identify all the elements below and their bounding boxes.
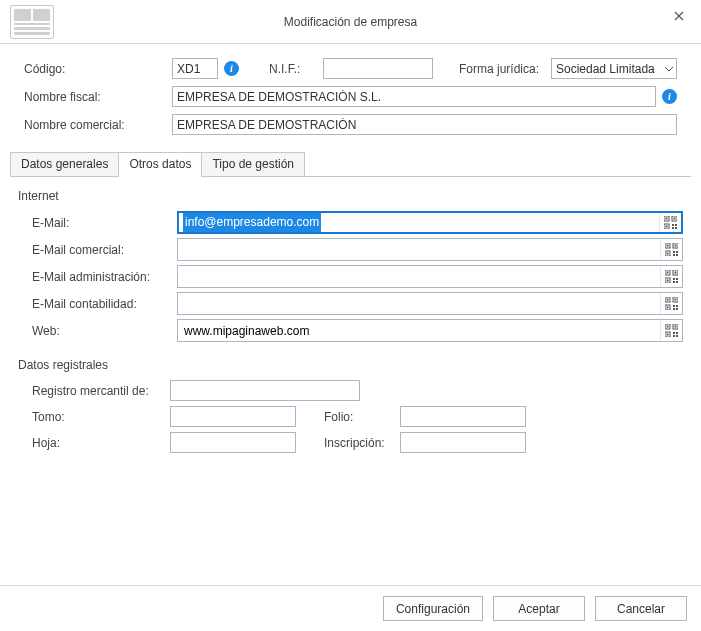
email-field-wrap[interactable]: info@empresademo.com <box>177 211 683 234</box>
svg-rect-7 <box>675 224 677 226</box>
inscripcion-field[interactable] <box>400 432 526 453</box>
svg-rect-19 <box>676 254 678 256</box>
tab-datos-generales[interactable]: Datos generales <box>10 152 119 176</box>
qr-icon[interactable] <box>660 266 682 287</box>
email-conta-label: E-Mail contabilidad: <box>32 297 177 311</box>
svg-rect-28 <box>673 281 675 283</box>
registrales-group: Registro mercantil de: Tomo: Folio: Hoja… <box>18 380 683 453</box>
svg-rect-16 <box>673 251 675 253</box>
email-row: E-Mail: info@empresademo.com <box>32 211 683 234</box>
header-form: Código: i N.I.F.: Forma jurídica: Socied… <box>0 44 701 150</box>
qr-icon[interactable] <box>659 213 681 232</box>
tab-tipo-gestion[interactable]: Tipo de gestión <box>201 152 305 176</box>
svg-rect-23 <box>675 272 677 274</box>
nif-field[interactable] <box>323 58 433 79</box>
registro-label: Registro mercantil de: <box>32 384 164 398</box>
svg-rect-21 <box>667 272 669 274</box>
svg-rect-45 <box>667 334 669 336</box>
web-field-wrap[interactable] <box>177 319 683 342</box>
svg-rect-36 <box>673 305 675 307</box>
tab-otros-datos[interactable]: Otros datos <box>118 152 202 176</box>
svg-rect-27 <box>676 278 678 280</box>
email-conta-field-wrap[interactable] <box>177 292 683 315</box>
svg-rect-1 <box>666 218 668 220</box>
svg-rect-33 <box>675 299 677 301</box>
svg-rect-41 <box>667 326 669 328</box>
tomo-field[interactable] <box>170 406 296 427</box>
window-title: Modificación de empresa <box>0 15 701 29</box>
footer: Configuración Aceptar Cancelar <box>0 585 701 631</box>
nombre-fiscal-label: Nombre fiscal: <box>24 90 166 104</box>
registro-field[interactable] <box>170 380 360 401</box>
svg-rect-3 <box>674 218 676 220</box>
nif-label: N.I.F.: <box>269 62 317 76</box>
info-icon[interactable]: i <box>224 61 239 76</box>
svg-rect-31 <box>667 299 669 301</box>
svg-rect-11 <box>667 245 669 247</box>
forma-juridica-label: Forma jurídica: <box>459 62 545 76</box>
svg-rect-43 <box>675 326 677 328</box>
internet-title: Internet <box>18 189 683 203</box>
svg-rect-6 <box>672 224 674 226</box>
qr-icon[interactable] <box>660 320 682 341</box>
nombre-fiscal-field[interactable] <box>172 86 656 107</box>
svg-rect-29 <box>676 281 678 283</box>
internet-group: E-Mail: info@empresademo.com E-Mail come… <box>18 211 683 342</box>
codigo-field[interactable] <box>172 58 218 79</box>
email-admin-row: E-Mail administración: <box>32 265 683 288</box>
tomo-label: Tomo: <box>32 410 164 424</box>
email-field[interactable]: info@empresademo.com <box>183 213 321 232</box>
email-comercial-row: E-Mail comercial: <box>32 238 683 261</box>
tab-bar: Datos generales Otros datos Tipo de gest… <box>10 152 691 176</box>
qr-icon[interactable] <box>660 293 682 314</box>
svg-rect-38 <box>673 308 675 310</box>
web-label: Web: <box>32 324 177 338</box>
svg-rect-13 <box>675 245 677 247</box>
forma-juridica-select[interactable]: Sociedad Limitada <box>551 58 677 79</box>
web-field[interactable] <box>178 320 660 341</box>
svg-rect-46 <box>673 332 675 334</box>
svg-rect-8 <box>672 227 674 229</box>
email-admin-field-wrap[interactable] <box>177 265 683 288</box>
hoja-label: Hoja: <box>32 436 164 450</box>
email-conta-row: E-Mail contabilidad: <box>32 292 683 315</box>
tab-body: Internet E-Mail: info@empresademo.com E-… <box>0 177 701 585</box>
nombre-comercial-field[interactable] <box>172 114 677 135</box>
ok-button[interactable]: Aceptar <box>493 596 585 621</box>
qr-icon[interactable] <box>660 239 682 260</box>
svg-rect-47 <box>676 332 678 334</box>
svg-rect-18 <box>673 254 675 256</box>
svg-rect-48 <box>673 335 675 337</box>
hoja-field[interactable] <box>170 432 296 453</box>
folio-label: Folio: <box>324 410 394 424</box>
nombre-comercial-label: Nombre comercial: <box>24 118 166 132</box>
email-comercial-label: E-Mail comercial: <box>32 243 177 257</box>
cancel-button[interactable]: Cancelar <box>595 596 687 621</box>
email-conta-field[interactable] <box>178 293 660 314</box>
svg-rect-9 <box>675 227 677 229</box>
config-button[interactable]: Configuración <box>383 596 483 621</box>
email-admin-field[interactable] <box>178 266 660 287</box>
svg-rect-25 <box>667 280 669 282</box>
registrales-title: Datos registrales <box>18 358 683 372</box>
info-icon[interactable]: i <box>662 89 677 104</box>
close-icon[interactable] <box>663 2 695 30</box>
svg-rect-26 <box>673 278 675 280</box>
window-titlebar: Modificación de empresa <box>0 0 701 44</box>
svg-rect-17 <box>676 251 678 253</box>
svg-rect-35 <box>667 307 669 309</box>
svg-rect-39 <box>676 308 678 310</box>
inscripcion-label: Inscripción: <box>324 436 394 450</box>
svg-rect-15 <box>667 253 669 255</box>
folio-field[interactable] <box>400 406 526 427</box>
email-comercial-field-wrap[interactable] <box>177 238 683 261</box>
svg-rect-49 <box>676 335 678 337</box>
email-admin-label: E-Mail administración: <box>32 270 177 284</box>
web-row: Web: <box>32 319 683 342</box>
codigo-label: Código: <box>24 62 166 76</box>
email-label: E-Mail: <box>32 216 177 230</box>
app-icon <box>10 5 54 39</box>
email-comercial-field[interactable] <box>178 239 660 260</box>
svg-rect-37 <box>676 305 678 307</box>
svg-rect-5 <box>666 226 668 228</box>
